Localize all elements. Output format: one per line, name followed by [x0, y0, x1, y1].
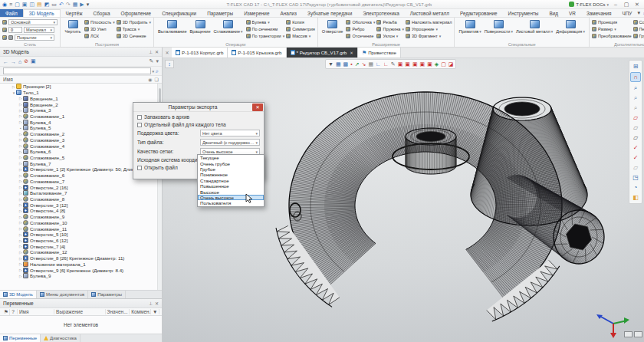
measure-icon[interactable]: ✎	[391, 60, 396, 68]
panel-close-icon[interactable]: ✕	[155, 301, 159, 306]
tree-item[interactable]: ▷Булева_9	[0, 273, 162, 279]
new-doc-icon[interactable]: ▢	[15, 1, 20, 8]
ribbon-button-Переменные[interactable]: Переменные	[633, 26, 644, 32]
ribbon-tab-3D Модель[interactable]: 3D Модель	[23, 9, 61, 17]
tree-item[interactable]: ▷Отверстие_7 [4]	[0, 243, 162, 249]
cube-red-5-icon[interactable]: ▣	[427, 60, 432, 68]
coating-select[interactable]: Покрытие▾	[15, 35, 54, 41]
tree-item[interactable]: ▷Сглаживание_8	[0, 196, 162, 202]
section-2-icon[interactable]: ▱	[630, 123, 641, 132]
axis-red-icon[interactable]: ∟	[383, 60, 389, 68]
ribbon-button-Группы[interactable]: Группы	[633, 33, 644, 39]
render-sphere-icon[interactable]: ◔	[630, 183, 641, 192]
panel-tab-3D Модель[interactable]: 3D Модель	[0, 291, 37, 298]
ribbon-tab-Чертёж[interactable]: Чертёж	[61, 9, 88, 17]
ribbon-tab-VR[interactable]: VR	[564, 9, 581, 17]
ribbon-button-Оболочка[interactable]: Оболочка▾	[346, 19, 375, 25]
tree-item[interactable]: ▷Отверстие_3 [12]	[0, 202, 162, 208]
tree-item[interactable]: ▷Сглаживание_10	[0, 220, 162, 226]
ribbon-button-Сглаживание[interactable]: Сглаживание▾	[212, 18, 245, 35]
ribbon-button-Деформация[interactable]: Деформация▾	[554, 18, 586, 35]
cube-red-3-icon[interactable]: ▣	[412, 60, 418, 68]
home-icon[interactable]: ⌂	[18, 59, 21, 64]
open-folder-icon[interactable]: ▤	[37, 1, 42, 8]
ribbon-button-Симметрия[interactable]: Симметрия	[286, 26, 315, 32]
document-tab-Приветствие[interactable]: ⚑Приветствие	[358, 48, 401, 58]
fragment-red-icon[interactable]: ◪	[449, 60, 454, 68]
panel-close-icon[interactable]: ✕	[155, 49, 159, 54]
ribbon-button-Выталкивание[interactable]: Выталкивание	[156, 18, 189, 35]
section-3-icon[interactable]: ▱	[630, 133, 641, 142]
tree-edit-icon[interactable]: ✎	[150, 58, 154, 64]
cube-red-4-icon[interactable]: ▣	[420, 60, 426, 68]
layer-number-stepper[interactable]: 0	[8, 27, 22, 33]
panel-tab-Меню документов[interactable]: Меню документов	[37, 291, 88, 298]
tree-item[interactable]: ▷Отверстие_8 [26] Крепежное (Диаметр: 11…	[0, 255, 162, 261]
check-cube-2-icon[interactable]: ✓	[630, 153, 641, 162]
grid-icon[interactable]: ▦	[368, 60, 373, 68]
macro-icon[interactable]: ▶	[80, 1, 84, 8]
flag-column-icon[interactable]: ⚑	[2, 309, 10, 315]
tree-item[interactable]: ▷Вращение_1	[0, 95, 162, 101]
chevron-down-icon[interactable]: ▾	[156, 58, 159, 64]
ribbon-tab-Анализ[interactable]: Анализ	[274, 9, 302, 17]
ribbon-tab-ЧПУ[interactable]: ЧПУ	[617, 9, 638, 17]
dropdown-option-Стандартное[interactable]: Стандартное	[198, 178, 264, 183]
ribbon-button-Примитив[interactable]: Примитив▾	[457, 18, 482, 35]
layers-column-icon[interactable]: ❏	[155, 77, 159, 82]
ribbon-button-По сечениям[interactable]: По сечениям	[246, 26, 285, 32]
menu-icon[interactable]: ≡	[9, 1, 12, 8]
ribbon-button-Пружина[interactable]: Пружина▾	[376, 26, 404, 32]
zoom-window-icon[interactable]: ⌕	[630, 94, 641, 102]
ribbon-button-Ребро[interactable]: Ребро	[346, 26, 375, 32]
dropdown-icon[interactable]: ▾	[637, 10, 640, 16]
ribbon-tab-Параметры[interactable]: Параметры	[202, 9, 238, 17]
select-grid-icon[interactable]: ▦	[336, 60, 341, 68]
tree-item[interactable]: ▷Выталкивание_7	[0, 190, 162, 196]
dropdown-option-Повышенное[interactable]: Повышенное	[198, 183, 264, 189]
select-mode-icon[interactable]: ▩	[343, 60, 349, 68]
dropdown-option-Очень высокое[interactable]: Очень высокое	[198, 195, 264, 200]
ribbon-button-Плоскость[interactable]: Плоскость▾	[84, 19, 115, 25]
filter-icon[interactable]: ▼	[328, 60, 334, 68]
red-marker-icon[interactable]: ▪	[350, 60, 352, 68]
ribbon-button-Вращение[interactable]: Вращение	[189, 18, 212, 35]
back-icon[interactable]: ←	[3, 59, 8, 64]
ribbon-tab-Редактирование[interactable]: Редактирование	[455, 9, 503, 17]
pin-icon[interactable]: ⊥	[149, 49, 153, 54]
redo-icon[interactable]: ↷	[66, 1, 71, 8]
ribbon-tab-Файл[interactable]: Файл	[0, 9, 23, 17]
ribbon-button-3D Сечение[interactable]: 3D Сечение	[117, 33, 151, 39]
close-button[interactable]: ✕	[633, 2, 641, 8]
panel-tab-Диагностика[interactable]: Диагностика	[41, 334, 80, 342]
dropdown-option-Очень грубое[interactable]: Очень грубое	[198, 160, 264, 166]
ribbon-button-Отсечение[interactable]: Отсечение	[346, 33, 375, 39]
ribbon-button-ЛСК[interactable]: ЛСК	[84, 33, 115, 39]
dialog-titlebar[interactable]: Параметры экспорта ✕	[133, 103, 264, 112]
pin-icon[interactable]: ⊥	[149, 301, 153, 306]
tflex-docs-button[interactable]: T-FLEX DOCs ▾	[569, 2, 609, 7]
filter-column-icon[interactable]: ▼	[151, 309, 159, 314]
link-icon[interactable]: ◈	[435, 60, 439, 68]
ribbon-button-Размер[interactable]: Размер▾	[592, 26, 632, 32]
plane-tool-icon[interactable]: ▱	[630, 163, 641, 172]
print-icon[interactable]: ▭	[51, 1, 57, 8]
ribbon-tab-Инструменты[interactable]: Инструменты	[503, 9, 544, 17]
ribbon-button-По траектории[interactable]: По траектории▾	[246, 33, 285, 39]
document-tab-Р-1-013 Корпус.grb[interactable]: Р-1-013 Корпус.grb	[172, 48, 228, 58]
ribbon-tab-Вид[interactable]: Вид	[544, 9, 564, 17]
file-type-select[interactable]: Двоичный (с поддержкой цв▾	[200, 139, 260, 146]
regenerate-icon[interactable]: ↕	[165, 60, 174, 68]
ribbon-button-3D Профиль[interactable]: 3D Профиль▾	[117, 19, 151, 25]
dropdown-option-Грубое[interactable]: Грубое	[198, 166, 264, 172]
ribbon-button-3D Узел[interactable]: 3D Узел	[84, 26, 115, 32]
ribbon-button-Уклон[interactable]: Уклон▾	[376, 33, 404, 39]
variables-column-Значен...[interactable]: Значен...	[106, 309, 130, 314]
new-assembly-icon[interactable]: ▣	[22, 1, 28, 8]
dropdown-option-Пониженное[interactable]: Пониженное	[198, 172, 264, 177]
arrow-red-icon[interactable]: ↘	[362, 60, 366, 68]
cube-red-1-icon[interactable]: ▣	[398, 60, 403, 68]
visibility-column-icon[interactable]: ◉	[148, 77, 152, 82]
separate-file-checkbox[interactable]	[137, 123, 142, 127]
tree-item[interactable]: ▷Отверстие_5 [10]	[0, 232, 162, 238]
